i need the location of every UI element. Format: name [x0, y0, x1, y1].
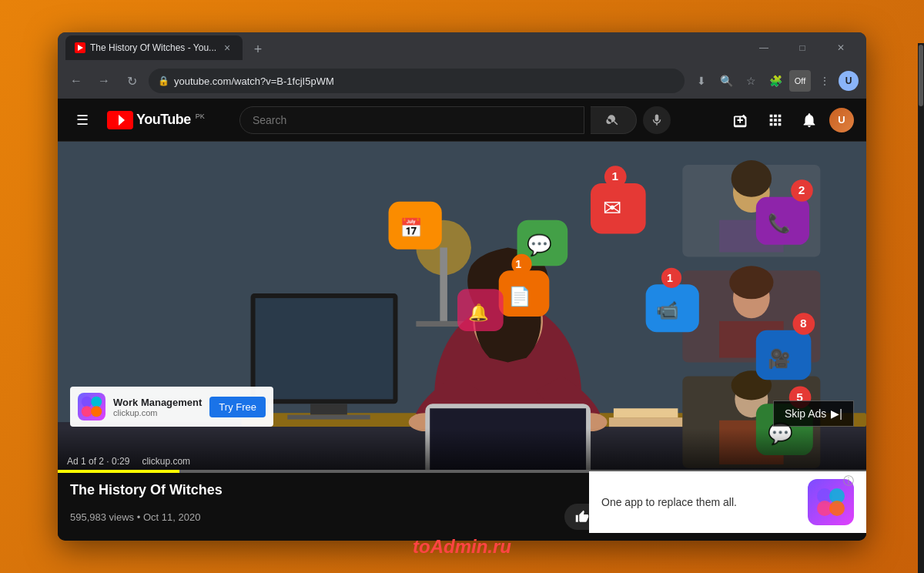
view-count: 595,983 views: [70, 511, 134, 523]
svg-text:1: 1: [611, 169, 618, 183]
svg-point-71: [829, 501, 845, 516]
side-ad-text: One app to replace them all.: [601, 496, 798, 508]
address-bar-actions: ⬇ 🔍 ☆ 🧩 Off ⋮ U: [691, 70, 859, 92]
watermark: toAdmin.ru: [413, 536, 511, 558]
video-bottom-bar: Ad 1 of 2 · 0:29 clickup.com: [58, 428, 866, 473]
lock-icon: 🔒: [158, 75, 169, 86]
upload-date: Oct 11, 2020: [143, 511, 200, 523]
profile-icon[interactable]: Off: [789, 70, 811, 92]
youtube-country-label: PK: [196, 112, 205, 120]
side-ad-close[interactable]: ⓘ: [843, 474, 854, 488]
video-meta-info: 595,983 views • Oct 11, 2020: [70, 511, 200, 523]
video-player[interactable]: 1 ✉ 💬 📅 1 📄: [58, 142, 866, 473]
ad-company-name: Work Management: [113, 397, 202, 408]
svg-point-24: [732, 160, 772, 197]
header-actions: U: [728, 106, 854, 134]
progress-fill: [58, 470, 179, 473]
search-bar[interactable]: [239, 106, 584, 134]
svg-point-28: [729, 266, 773, 299]
svg-rect-21: [614, 408, 678, 417]
ad-domain: clickup.com: [113, 408, 202, 417]
svg-text:✉: ✉: [603, 196, 621, 220]
youtube-logo-icon: [107, 111, 133, 129]
svg-text:📄: 📄: [508, 285, 531, 307]
download-icon[interactable]: ⬇: [691, 70, 712, 92]
svg-text:🔔: 🔔: [468, 303, 489, 323]
voice-search-button[interactable]: [643, 106, 671, 134]
back-button[interactable]: ←: [65, 70, 87, 92]
svg-point-65: [91, 397, 102, 407]
svg-rect-9: [287, 415, 370, 420]
tab-close-button[interactable]: ×: [221, 42, 233, 54]
svg-point-64: [82, 397, 92, 407]
bookmark-icon[interactable]: ☆: [740, 70, 762, 92]
svg-marker-0: [78, 45, 83, 51]
ad-cta-button[interactable]: Try Free: [209, 397, 266, 417]
ad-counter: Ad 1 of 2 · 0:29: [67, 456, 129, 467]
tab-title: The History Of Witches - You...: [90, 42, 216, 53]
chrome-menu-icon[interactable]: ⋮: [814, 70, 835, 92]
maximize-button[interactable]: □: [785, 35, 820, 60]
refresh-button[interactable]: ↻: [121, 70, 142, 92]
ad-overlay: Work Management clickup.com Try Free: [70, 387, 273, 427]
svg-point-66: [82, 406, 92, 417]
skip-ads-button[interactable]: Skip Ads ▶|: [773, 400, 854, 427]
minimize-button[interactable]: —: [746, 35, 782, 60]
search-button[interactable]: [591, 106, 637, 134]
svg-text:2: 2: [798, 183, 805, 196]
new-tab-button[interactable]: +: [247, 39, 269, 60]
window-controls: — □ ✕: [746, 35, 859, 60]
zoom-icon[interactable]: 🔍: [715, 70, 737, 92]
side-ad-panel: One app to replace them all. ⓘ: [589, 471, 866, 533]
forward-button[interactable]: →: [93, 70, 115, 92]
youtube-logo[interactable]: YouTube PK: [107, 111, 205, 129]
svg-text:8: 8: [800, 317, 807, 330]
ad-source: clickup.com: [142, 456, 190, 467]
svg-text:🎥: 🎥: [768, 347, 791, 370]
svg-text:1: 1: [667, 272, 673, 284]
tabs-area: The History Of Witches - You... × +: [65, 35, 740, 60]
svg-rect-7: [256, 298, 393, 399]
address-bar: ← → ↻ 🔒 youtube.com/watch?v=B-1fcjI5pWM …: [58, 63, 866, 99]
svg-text:📅: 📅: [400, 216, 423, 239]
ad-logo: [78, 393, 105, 421]
svg-point-67: [91, 406, 102, 417]
url-text: youtube.com/watch?v=B-1fcjI5pWM: [174, 75, 675, 87]
ad-info-bar: Ad 1 of 2 · 0:29 clickup.com: [58, 453, 866, 470]
separator: •: [137, 511, 143, 523]
close-button[interactable]: ✕: [823, 35, 859, 60]
active-tab[interactable]: The History Of Witches - You... ×: [65, 35, 243, 60]
apps-icon[interactable]: [762, 106, 789, 134]
browser-avatar[interactable]: U: [839, 71, 859, 91]
ad-text: Work Management clickup.com: [113, 397, 202, 417]
tab-favicon: [75, 42, 85, 53]
svg-rect-8: [310, 404, 347, 414]
title-bar: The History Of Witches - You... × + — □ …: [58, 32, 866, 63]
svg-rect-11: [440, 247, 447, 320]
svg-text:📞: 📞: [768, 212, 791, 234]
svg-text:💬: 💬: [527, 233, 552, 257]
hamburger-menu-icon[interactable]: ☰: [70, 106, 95, 135]
url-bar[interactable]: 🔒 youtube.com/watch?v=B-1fcjI5pWM: [149, 69, 685, 93]
search-input[interactable]: [253, 114, 571, 126]
youtube-header: ☰ YouTube PK: [58, 99, 866, 142]
svg-rect-20: [609, 417, 682, 427]
browser-window: The History Of Witches - You... × + — □ …: [58, 32, 866, 541]
search-area: [239, 106, 671, 134]
video-frame: 1 ✉ 💬 📅 1 📄: [58, 142, 866, 473]
svg-text:📹: 📹: [656, 299, 679, 321]
skip-ads-icon: ▶|: [831, 407, 842, 420]
svg-text:1: 1: [515, 258, 521, 270]
create-video-icon[interactable]: [728, 106, 755, 134]
skip-ads-label: Skip Ads: [785, 407, 826, 420]
svg-marker-1: [119, 115, 125, 126]
user-avatar[interactable]: U: [829, 108, 854, 132]
notifications-icon[interactable]: [795, 106, 823, 134]
youtube-logo-text: YouTube: [136, 112, 191, 128]
extensions-icon[interactable]: 🧩: [765, 70, 786, 92]
